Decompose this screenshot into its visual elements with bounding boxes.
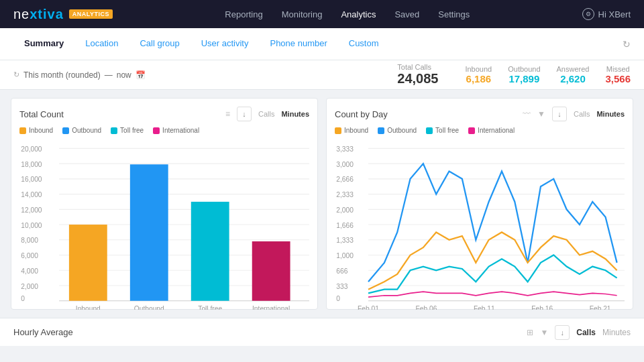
legend-dot-tollfree xyxy=(111,127,117,134)
stats-numbers: Total Calls 24,085 Inbound 6,186 Outboun… xyxy=(397,63,631,86)
total-calls-value: 24,085 xyxy=(397,71,438,86)
stat-missed: Missed 3,566 xyxy=(605,65,631,84)
tab-callgroup[interactable]: Call group xyxy=(129,29,190,60)
svg-text:4,000: 4,000 xyxy=(21,267,38,275)
count-by-day-chart: Count by Day 〰 ▼ ↓ Calls Minutes Inbound… xyxy=(326,98,633,310)
svg-text:333: 333 xyxy=(336,283,347,290)
answered-label: Answered xyxy=(557,65,590,73)
svg-text:Feb 01: Feb 01 xyxy=(358,305,379,310)
chart-left-toggle-minutes[interactable]: Minutes xyxy=(281,110,309,118)
stat-inbound: Inbound 6,186 xyxy=(465,65,492,84)
chart-right-icon[interactable]: 〰 xyxy=(523,109,531,119)
hourly-toggle-minutes[interactable]: Minutes xyxy=(602,328,631,337)
tab-location[interactable]: Location xyxy=(74,29,129,60)
chart-left-title: Total Count xyxy=(19,109,64,119)
legend-right-label-intl: International xyxy=(478,127,515,134)
legend-dot-intl xyxy=(153,127,160,134)
svg-text:Feb 11: Feb 11 xyxy=(474,305,495,310)
hourly-icon-chart[interactable]: ⊞ xyxy=(527,328,533,337)
legend-right-label-inbound: Inbound xyxy=(344,127,368,134)
tab-summary[interactable]: Summary xyxy=(13,29,74,60)
svg-text:14,000: 14,000 xyxy=(21,191,42,198)
analytics-badge: ANALYTICS xyxy=(69,9,113,19)
legend-right-inbound: Inbound xyxy=(335,127,368,134)
filter-section: ↻ This month (rounded) — now 📅 xyxy=(13,70,146,80)
chart-left-legend: Inbound Outbound Toll free International xyxy=(19,127,309,134)
legend-international: International xyxy=(153,127,199,134)
svg-text:666: 666 xyxy=(336,267,347,275)
svg-text:Feb 21: Feb 21 xyxy=(590,305,611,310)
svg-text:2,666: 2,666 xyxy=(336,176,354,183)
chart-left-toggle-calls[interactable]: Calls xyxy=(258,110,274,118)
line-international xyxy=(368,292,617,297)
svg-text:1,000: 1,000 xyxy=(336,252,354,259)
nav-reporting[interactable]: Reporting xyxy=(225,9,262,19)
chart-right-toggle-minutes[interactable]: Minutes xyxy=(596,110,625,118)
tab-bar: Summary Location Call group User activit… xyxy=(0,28,644,60)
bar-inbound xyxy=(69,225,107,301)
chart-left-controls: ≡ ↓ Calls Minutes xyxy=(225,107,309,121)
chart-right-download[interactable]: ↓ xyxy=(552,107,567,121)
svg-text:6,000: 6,000 xyxy=(21,252,38,259)
svg-text:Outbound: Outbound xyxy=(134,305,164,310)
chart-left-download[interactable]: ↓ xyxy=(237,107,252,121)
hourly-download[interactable]: ↓ xyxy=(555,325,570,340)
user-label: Hi XBert xyxy=(598,9,631,19)
hourly-controls: ⊞ ▼ ↓ Calls Minutes xyxy=(527,325,631,340)
tab-useractivity[interactable]: User activity xyxy=(191,29,260,60)
svg-text:10,000: 10,000 xyxy=(21,222,42,229)
tab-custom[interactable]: Custom xyxy=(338,29,390,60)
svg-text:18,000: 18,000 xyxy=(21,161,42,168)
chart-icon-trend[interactable]: ≡ xyxy=(225,109,230,119)
svg-text:16,000: 16,000 xyxy=(21,176,42,183)
total-calls: Total Calls 24,085 xyxy=(397,63,438,86)
svg-text:3,333: 3,333 xyxy=(336,145,354,153)
bar-tollfree xyxy=(191,202,229,301)
legend-right-dot-inbound xyxy=(335,127,341,134)
filter-calendar-icon[interactable]: 📅 xyxy=(136,70,146,80)
chart-right-legend: Inbound Outbound Toll free International xyxy=(335,127,625,134)
filter-label: This month (rounded) xyxy=(23,70,101,80)
hourly-title: Hourly Average xyxy=(13,327,73,337)
hourly-toggle-calls[interactable]: Calls xyxy=(576,328,596,337)
filter-value: now xyxy=(117,70,131,80)
missed-value: 3,566 xyxy=(605,73,631,84)
svg-text:0: 0 xyxy=(21,295,25,302)
total-count-chart: Total Count ≡ ↓ Calls Minutes Inbound Ou… xyxy=(11,98,318,310)
tab-phonenumber[interactable]: Phone number xyxy=(259,29,337,60)
legend-inbound: Inbound xyxy=(19,127,53,134)
logo-section: nextiva ANALYTICS xyxy=(13,7,113,22)
legend-right-dot-outbound xyxy=(378,127,384,134)
nav-saved[interactable]: Saved xyxy=(394,9,419,19)
hourly-icon-filter[interactable]: ▼ xyxy=(540,328,548,337)
chart-left-body: 20,000 18,000 16,000 14,000 12,000 10,00… xyxy=(19,139,309,310)
svg-text:Toll free: Toll free xyxy=(198,305,222,310)
hourly-average-bar: Hourly Average ⊞ ▼ ↓ Calls Minutes xyxy=(0,318,644,346)
logo: nextiva xyxy=(13,7,64,22)
missed-label: Missed xyxy=(605,65,631,73)
nav-monitoring[interactable]: Monitoring xyxy=(282,9,323,19)
legend-right-tollfree: Toll free xyxy=(426,127,459,134)
nav-links: Reporting Monitoring Analytics Saved Set… xyxy=(225,9,470,19)
chart-left-header: Total Count ≡ ↓ Calls Minutes xyxy=(19,107,309,121)
chart-right-body: 3,333 3,000 2,666 2,333 2,000 1,666 1,33… xyxy=(335,139,625,310)
refresh-button[interactable]: ↻ xyxy=(623,39,631,50)
nav-analytics[interactable]: Analytics xyxy=(341,9,376,19)
inbound-value: 6,186 xyxy=(465,73,492,84)
outbound-label: Outbound xyxy=(508,65,540,73)
filter-separator: — xyxy=(105,70,113,80)
legend-tollfree: Toll free xyxy=(111,127,144,134)
svg-text:2,000: 2,000 xyxy=(336,206,354,214)
chart-right-toggle-calls[interactable]: Calls xyxy=(574,110,590,118)
svg-text:International: International xyxy=(252,305,290,310)
stats-bar: ↻ This month (rounded) — now 📅 Total Cal… xyxy=(0,60,644,90)
bar-outbound xyxy=(130,164,168,300)
chart-right-filter[interactable]: ▼ xyxy=(537,109,545,119)
nav-settings[interactable]: Settings xyxy=(438,9,470,19)
navbar: nextiva ANALYTICS Reporting Monitoring A… xyxy=(0,0,644,28)
stat-outbound: Outbound 17,899 xyxy=(508,65,540,84)
outbound-value: 17,899 xyxy=(508,73,540,84)
svg-text:8,000: 8,000 xyxy=(21,237,38,244)
legend-right-outbound: Outbound xyxy=(378,127,417,134)
chart-right-controls: 〰 ▼ ↓ Calls Minutes xyxy=(523,107,625,121)
